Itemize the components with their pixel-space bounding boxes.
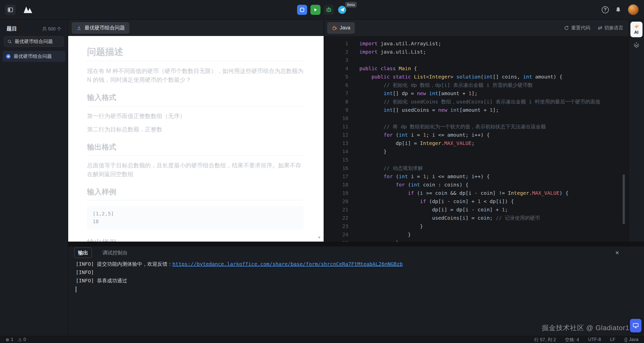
code-line[interactable]: 3	[324, 56, 628, 64]
help-button[interactable]: ?	[602, 6, 609, 13]
ai-assistant-button[interactable]: AI	[630, 22, 642, 37]
avatar[interactable]	[628, 4, 639, 15]
search-input[interactable]: 最优硬币组合问题	[4, 36, 64, 47]
code-line[interactable]: 1import java.util.ArrayList;	[324, 40, 628, 48]
line-number: 2	[324, 48, 348, 56]
run-button[interactable]	[310, 5, 320, 15]
topbar: Beta ?	[0, 0, 644, 20]
code-line[interactable]: 24 }	[324, 231, 628, 239]
editor-panel: Java 重置代码 ⇄ 切换语言	[324, 20, 628, 242]
encoding-setting[interactable]: UTF-8	[588, 337, 601, 342]
line-number: 12	[324, 131, 348, 139]
code-editor[interactable]: 1import java.util.ArrayList;2import java…	[324, 36, 628, 242]
switch-icon: ⇄	[598, 25, 602, 30]
code-line[interactable]: 8 // 初始化 usedCoins 数组，usedCoins[i] 表示凑出金…	[324, 98, 628, 106]
switch-language-button[interactable]: ⇄ 切换语言	[598, 25, 623, 31]
code-line[interactable]: 12 for (int i = 1; i <= amount; i++) {	[324, 131, 628, 139]
code-line[interactable]: 7 int[] dp = new int[amount + 1];	[324, 89, 628, 98]
code-line[interactable]: 10	[324, 114, 628, 123]
line-number: 13	[324, 139, 348, 147]
line-number: 3	[324, 56, 348, 64]
code-line[interactable]: 17 for (int i = 1; i <= amount; i++) {	[324, 172, 628, 181]
juejin-button[interactable]	[633, 42, 640, 48]
line-number: 10	[324, 114, 348, 123]
code-line[interactable]: 18 for (int coin : coins) {	[324, 181, 628, 189]
line-number: 17	[324, 172, 348, 181]
square-button[interactable]	[297, 5, 307, 15]
line-number: 21	[324, 206, 348, 214]
code-line[interactable]: 20 if (dp[i - coin] + 1 < dp[i]) {	[324, 197, 628, 206]
code-line[interactable]: 11 // 将 dp 数组初始化为一个较大的值，表示初始状态下无法凑出该金额	[324, 123, 628, 131]
reset-code-button[interactable]: 重置代码	[564, 25, 590, 31]
language-mode-label: Java	[629, 337, 638, 342]
warning-count[interactable]: ⚠ 0	[18, 337, 26, 342]
download-tray-icon	[76, 25, 82, 31]
run-toolbar: Beta	[297, 5, 347, 15]
problem-tab[interactable]: 最优硬币组合问题	[72, 22, 129, 34]
code-line[interactable]: 19 if (i >= coin && dp[i - coin] != Inte…	[324, 189, 628, 197]
code-line[interactable]: 5 public static List<Integer> solution(i…	[324, 73, 628, 81]
line-number: 16	[324, 164, 348, 172]
share-button-wrap: Beta	[337, 5, 347, 15]
sidebar-toggle-button[interactable]	[5, 5, 16, 15]
tab-debug-console[interactable]: 调试控制台	[99, 248, 131, 258]
section-divider	[87, 155, 304, 156]
notifications-button[interactable]	[615, 6, 622, 13]
code-line[interactable]: 23 }	[324, 222, 628, 231]
switch-language-label: 切换语言	[604, 25, 623, 31]
code-line[interactable]: 6 // 初始化 dp 数组，dp[i] 表示凑出金额 i 所需的最少硬币数	[324, 81, 628, 89]
floating-monitor-button[interactable]	[630, 319, 641, 332]
line-number: 9	[324, 106, 348, 114]
square-icon	[300, 8, 304, 12]
tab-output[interactable]: 输出	[74, 248, 92, 258]
editor-scrollbar[interactable]	[623, 174, 625, 224]
code-line[interactable]: 22 usedCoins[i] = coin; // 记录使用的硬币	[324, 214, 628, 222]
problem-description: 问题描述现在有 M 种不同面值的硬币（硬币个数数目无限），如何用这些硬币组合为总…	[68, 36, 324, 242]
console-line: [INFO] 提交功能内测体验中，欢迎反馈：https://bytedance.…	[76, 260, 644, 268]
sample-code-block: [1,2,5]18	[87, 206, 304, 230]
right-rail: AI	[628, 20, 644, 242]
scroll-down-indicator[interactable]: ▼	[317, 235, 321, 240]
monitor-icon	[632, 322, 639, 329]
java-coffee-icon	[332, 25, 337, 31]
main-area: 题目 共 500 个 最优硬币组合问题 最优硬币组合问题 最优硬币	[0, 20, 644, 336]
section-heading: 问题描述	[87, 47, 304, 57]
eol-setting[interactable]: LF	[610, 337, 615, 342]
panels-row: 最优硬币组合问题 问题描述现在有 M 种不同面值的硬币（硬币个数数目无限），如何…	[68, 20, 644, 242]
code-line[interactable]: 16 // 动态规划求解	[324, 164, 628, 172]
section-heading: 输入格式	[87, 93, 304, 102]
code-line[interactable]: 25 }	[324, 239, 628, 242]
console-output: [INFO] 提交功能内测体验中，欢迎反馈：https://bytedance.…	[68, 259, 644, 293]
problem-count: 共 500 个	[42, 26, 61, 32]
language-mode[interactable]: {} Java	[624, 337, 638, 342]
code-line[interactable]: 13 dp[i] = Integer.MAX_VALUE;	[324, 139, 628, 147]
line-number: 14	[324, 147, 348, 156]
error-count[interactable]: ⊗ 1	[6, 337, 13, 342]
section-divider	[87, 61, 304, 61]
logo-icon	[22, 5, 34, 15]
code-line[interactable]: 9 int[] usedCoins = new int[amount + 1];	[324, 106, 628, 114]
reset-icon	[564, 25, 569, 30]
code-line[interactable]: 15	[324, 156, 628, 164]
bug-icon	[325, 7, 332, 13]
debug-button[interactable]	[324, 5, 334, 15]
close-console-button[interactable]: ×	[615, 249, 619, 256]
sidebar-toggle-icon	[7, 7, 13, 13]
sidebar-title: 题目	[7, 25, 17, 32]
code-line[interactable]: 14 }	[324, 147, 628, 156]
error-icon: ⊗	[6, 337, 9, 342]
code-line[interactable]: 21 dp[i] = dp[i - coin] + 1;	[324, 206, 628, 214]
code-line[interactable]: 2import java.util.List;	[324, 48, 628, 56]
sidebar-item-problem[interactable]: 最优硬币组合问题	[3, 51, 65, 62]
section-divider	[87, 106, 304, 106]
cursor-position[interactable]: 行 57, 列 2	[534, 337, 556, 343]
line-number: 1	[324, 40, 348, 48]
line-number: 25	[324, 239, 348, 242]
line-number: 18	[324, 181, 348, 189]
language-tab[interactable]: Java	[327, 22, 355, 34]
console-link[interactable]: https://bytedance.larkoffice.com/share/b…	[172, 261, 403, 267]
editor-header: Java 重置代码 ⇄ 切换语言	[324, 20, 628, 36]
code-line[interactable]: 4public class Main {	[324, 64, 628, 73]
section-divider	[87, 200, 304, 200]
indentation-setting[interactable]: 空格: 4	[565, 337, 579, 343]
